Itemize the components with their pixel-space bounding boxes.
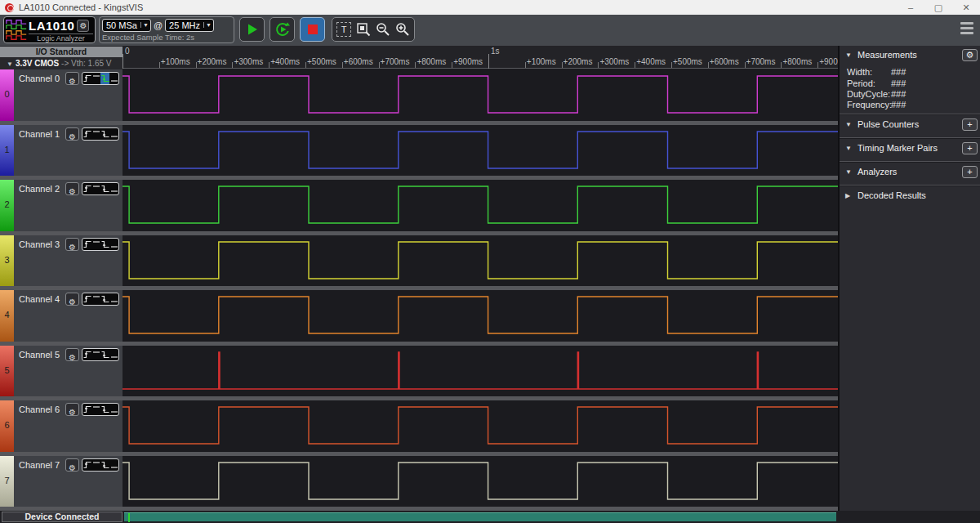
- trigger-falling-edge-button[interactable]: [100, 459, 109, 471]
- trigger-falling-edge-button[interactable]: [100, 128, 109, 140]
- trigger-low-level-button[interactable]: [109, 128, 118, 140]
- divider: [840, 114, 980, 115]
- time-tick-mark: [342, 62, 343, 68]
- section-pulse-counters[interactable]: ▼ Pulse Counters +: [840, 117, 980, 133]
- close-button[interactable]: ✕: [952, 0, 980, 15]
- waveform-3[interactable]: [122, 235, 838, 287]
- trigger-falling-edge-button[interactable]: [100, 293, 109, 305]
- io-standard-selector[interactable]: ▼3.3V CMOS -> Vth: 1.65 V: [0, 57, 122, 69]
- zoom-region-icon: [356, 22, 371, 37]
- channel-name[interactable]: Channel 1: [19, 129, 60, 139]
- channel-settings-button[interactable]: ⚙: [65, 238, 79, 251]
- low-level-icon: [110, 185, 118, 193]
- trigger-low-level-button[interactable]: [109, 73, 118, 84]
- trigger-high-level-button[interactable]: [91, 293, 100, 305]
- trigger-rising-edge-button[interactable]: [82, 73, 91, 84]
- trigger-rising-edge-button[interactable]: [82, 404, 91, 415]
- trigger-high-level-button[interactable]: [91, 239, 100, 250]
- trigger-falling-edge-button[interactable]: [100, 73, 109, 84]
- waveform-5[interactable]: [122, 346, 838, 397]
- trigger-rising-edge-button[interactable]: [82, 459, 91, 471]
- channel-name[interactable]: Channel 5: [19, 350, 60, 360]
- zoom-out-button[interactable]: [375, 21, 391, 38]
- waveform-7[interactable]: [122, 456, 838, 507]
- measurement-row: DutyCycle: ###: [847, 89, 978, 99]
- section-analyzers[interactable]: ▼ Analyzers +: [840, 164, 980, 181]
- trigger-low-level-button[interactable]: [109, 239, 118, 250]
- sample-rate-select[interactable]: 50 MSa ▼: [102, 19, 151, 32]
- device-settings-button[interactable]: ⚙: [77, 20, 89, 32]
- time-tick-label: +200ms: [564, 57, 593, 66]
- trigger-rising-edge-button[interactable]: [82, 239, 91, 250]
- falling-edge-icon: [101, 461, 109, 469]
- minimize-button[interactable]: –: [897, 0, 924, 15]
- waveform-4[interactable]: [122, 290, 838, 342]
- section-timing-marker-pairs[interactable]: ▼ Timing Marker Pairs +: [840, 141, 980, 157]
- time-ruler[interactable]: 0+100ms+200ms+300ms+400ms+500ms+600ms+70…: [122, 46, 838, 69]
- zoom-in-button[interactable]: [394, 21, 411, 38]
- sample-clock-select[interactable]: 25 MHz ▼: [165, 19, 214, 32]
- timing-marker-button[interactable]: T: [336, 21, 352, 38]
- trigger-falling-edge-button[interactable]: [100, 349, 109, 360]
- maximize-button[interactable]: ▢: [924, 0, 952, 15]
- add-analyzer-button[interactable]: +: [962, 166, 978, 178]
- channel-settings-button[interactable]: ⚙: [65, 458, 79, 472]
- stop-button[interactable]: [300, 17, 325, 42]
- trigger-rising-edge-button[interactable]: [82, 183, 91, 194]
- trigger-falling-edge-button[interactable]: [100, 239, 109, 250]
- measurements-settings-button[interactable]: ⚙: [962, 49, 978, 61]
- trigger-low-level-button[interactable]: [109, 183, 118, 194]
- trigger-rising-edge-button[interactable]: [82, 349, 91, 360]
- trigger-low-level-button[interactable]: [109, 349, 118, 360]
- falling-edge-icon: [101, 240, 109, 248]
- channel-settings-button[interactable]: ⚙: [65, 348, 79, 361]
- trigger-high-level-button[interactable]: [91, 459, 100, 471]
- trigger-low-level-button[interactable]: [109, 404, 118, 415]
- channel-name[interactable]: Channel 2: [19, 184, 60, 194]
- time-tick-label: +300ms: [599, 57, 629, 66]
- channel-row: 1Channel 1⚙: [0, 125, 122, 177]
- trigger-falling-edge-button[interactable]: [100, 404, 109, 415]
- device-box[interactable]: LA1010 ⚙ Logic Analyzer: [3, 16, 96, 43]
- channel-settings-button[interactable]: ⚙: [65, 127, 79, 141]
- trigger-low-level-button[interactable]: [109, 293, 118, 305]
- menu-button[interactable]: [960, 22, 973, 37]
- waveform-area[interactable]: 0+100ms+200ms+300ms+400ms+500ms+600ms+70…: [122, 46, 838, 511]
- capture-overview-bar[interactable]: [124, 512, 836, 521]
- add-pulse-counter-button[interactable]: +: [962, 118, 978, 131]
- trigger-high-level-button[interactable]: [91, 73, 100, 84]
- trigger-rising-edge-button[interactable]: [82, 128, 91, 140]
- channel-name[interactable]: Channel 7: [19, 460, 60, 470]
- trigger-high-level-button[interactable]: [91, 404, 100, 415]
- device-status: Device Connected: [2, 512, 122, 522]
- loop-run-button[interactable]: [270, 17, 295, 42]
- channel-color-strip: 1: [0, 125, 14, 177]
- channel-settings-button[interactable]: ⚙: [65, 403, 79, 416]
- waveform-1[interactable]: [122, 125, 838, 177]
- side-panel: ▼ Measurements ⚙ Width: ### Period: ### …: [838, 46, 980, 511]
- section-decoded-results[interactable]: ▶ Decoded Results: [840, 188, 980, 204]
- trigger-falling-edge-button[interactable]: [100, 183, 109, 194]
- channel-settings-button[interactable]: ⚙: [65, 72, 79, 85]
- channel-settings-button[interactable]: ⚙: [65, 182, 79, 195]
- trigger-rising-edge-button[interactable]: [82, 293, 91, 305]
- measurement-label: Period:: [847, 78, 875, 88]
- zoom-to-selection-button[interactable]: [355, 21, 372, 38]
- waveform-0[interactable]: [122, 69, 838, 121]
- channel-name[interactable]: Channel 0: [19, 74, 60, 83]
- start-button[interactable]: [239, 17, 265, 42]
- channel-name[interactable]: Channel 6: [19, 405, 60, 414]
- channel-name[interactable]: Channel 3: [19, 239, 60, 249]
- trigger-high-level-button[interactable]: [91, 128, 100, 140]
- waveform-2[interactable]: [122, 180, 838, 231]
- trigger-high-level-button[interactable]: [91, 349, 100, 360]
- gear-icon: ⚙: [69, 243, 76, 252]
- device-model: LA1010: [29, 19, 74, 33]
- channel-settings-button[interactable]: ⚙: [65, 293, 79, 306]
- section-measurements[interactable]: ▼ Measurements ⚙: [840, 47, 980, 64]
- waveform-6[interactable]: [122, 400, 838, 452]
- add-timing-marker-button[interactable]: +: [962, 142, 978, 154]
- channel-name[interactable]: Channel 4: [19, 294, 60, 304]
- trigger-low-level-button[interactable]: [109, 459, 118, 471]
- trigger-high-level-button[interactable]: [91, 183, 100, 194]
